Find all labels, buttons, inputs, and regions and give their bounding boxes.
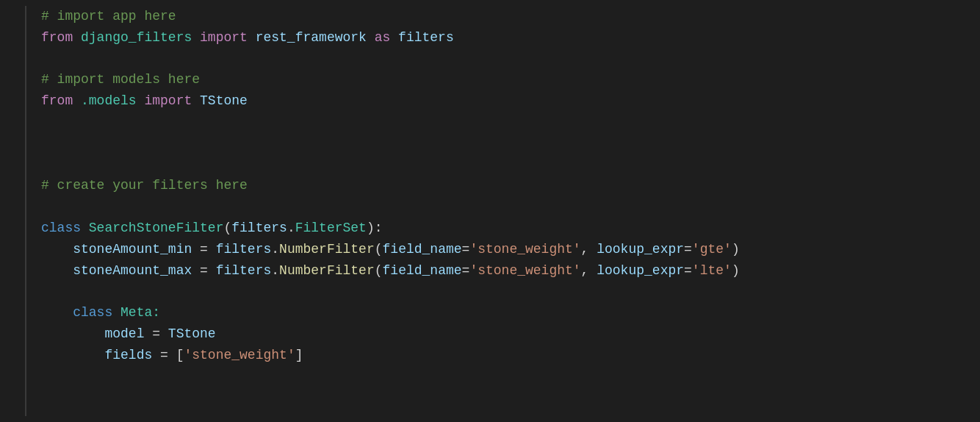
code-line bbox=[41, 112, 980, 133]
token-kw-pink: import bbox=[200, 27, 248, 49]
code-line: # import app here bbox=[41, 6, 980, 27]
token-op: ] bbox=[295, 345, 303, 366]
token-param: field_name bbox=[383, 239, 462, 260]
token-op: ): bbox=[367, 218, 383, 239]
token-kw-pink: from bbox=[41, 27, 73, 49]
token-kw-blue: class bbox=[41, 218, 81, 239]
token-op: = bbox=[152, 345, 176, 366]
token-op: , bbox=[581, 239, 597, 260]
token-op: , bbox=[581, 260, 597, 282]
token-comment: # import models here bbox=[41, 69, 200, 90]
code-editor: # import app herefrom django_filters imp… bbox=[0, 0, 980, 422]
token-op: = bbox=[144, 323, 167, 345]
token-name: filters bbox=[231, 218, 287, 239]
token-name: TStone bbox=[168, 323, 216, 345]
token-kw-pink: from bbox=[41, 90, 73, 112]
token-op: = bbox=[192, 239, 215, 260]
code-line: stoneAmount_min = filters.NumberFilter(f… bbox=[41, 239, 980, 260]
token-param: lookup_expr bbox=[597, 239, 684, 260]
code-line: from .models import TStone bbox=[41, 90, 980, 112]
code-line bbox=[41, 154, 980, 176]
code-line: from django_filters import rest_framewor… bbox=[41, 27, 980, 49]
token-func: NumberFilter bbox=[279, 239, 375, 260]
token-op bbox=[41, 260, 73, 282]
token-str: 'stone_weight' bbox=[469, 260, 580, 282]
token-op: ( bbox=[375, 239, 383, 260]
code-line bbox=[41, 49, 980, 70]
token-str: 'gte' bbox=[692, 239, 732, 260]
token-func: NumberFilter bbox=[279, 260, 375, 282]
code-line: class Meta: bbox=[41, 302, 980, 323]
token-op bbox=[41, 345, 104, 366]
token-op: ( bbox=[223, 218, 231, 239]
token-op: . bbox=[271, 239, 279, 260]
code-line: # create your filters here bbox=[41, 175, 980, 196]
token-module: django_filters bbox=[73, 27, 200, 49]
code-line bbox=[41, 281, 980, 302]
code-line bbox=[41, 196, 980, 218]
token-op: ) bbox=[732, 260, 740, 282]
token-op bbox=[41, 323, 104, 345]
token-module: .models bbox=[73, 90, 144, 112]
token-str: 'lte' bbox=[692, 260, 732, 282]
code-line: stoneAmount_max = filters.NumberFilter(f… bbox=[41, 260, 980, 282]
token-param: stoneAmount_min bbox=[73, 239, 192, 260]
token-op: = bbox=[462, 260, 470, 282]
token-op: = bbox=[684, 239, 692, 260]
token-param: stoneAmount_max bbox=[73, 260, 192, 282]
code-line: fields = ['stone_weight'] bbox=[41, 345, 980, 366]
token-op: ) bbox=[732, 239, 740, 260]
token-op bbox=[41, 239, 73, 260]
gutter bbox=[0, 6, 26, 416]
token-cls-name: SearchStoneFilter bbox=[81, 218, 223, 239]
token-str: 'stone_weight' bbox=[469, 239, 580, 260]
token-param: fields bbox=[104, 345, 152, 366]
code-line bbox=[41, 133, 980, 154]
code-content: # import app herefrom django_filters imp… bbox=[26, 6, 980, 416]
token-name: filters bbox=[216, 239, 272, 260]
token-cls-name: Meta: bbox=[112, 302, 160, 323]
token-kw-blue: class bbox=[73, 302, 112, 323]
token-kw-pink: as bbox=[375, 27, 391, 49]
code-line: model = TStone bbox=[41, 323, 980, 345]
token-param: model bbox=[104, 323, 144, 345]
token-op: . bbox=[271, 260, 279, 282]
token-comment: # import app here bbox=[41, 6, 176, 27]
token-name: filters bbox=[390, 27, 453, 49]
token-cls-name: FilterSet bbox=[295, 218, 367, 239]
token-name: rest_framework bbox=[248, 27, 375, 49]
token-op: [ bbox=[176, 345, 184, 366]
token-comment: # create your filters here bbox=[41, 175, 248, 196]
token-op: = bbox=[192, 260, 215, 282]
code-line: # import models here bbox=[41, 69, 980, 90]
token-op: = bbox=[462, 239, 470, 260]
token-op bbox=[41, 302, 73, 323]
code-line: class SearchStoneFilter(filters.FilterSe… bbox=[41, 218, 980, 239]
token-op: . bbox=[287, 218, 295, 239]
token-name: TStone bbox=[192, 90, 248, 112]
token-param: field_name bbox=[383, 260, 462, 282]
token-kw-pink: import bbox=[144, 90, 192, 112]
token-str: 'stone_weight' bbox=[184, 345, 295, 366]
token-op: = bbox=[684, 260, 692, 282]
token-op: ( bbox=[375, 260, 383, 282]
token-name: filters bbox=[216, 260, 272, 282]
token-param: lookup_expr bbox=[597, 260, 684, 282]
